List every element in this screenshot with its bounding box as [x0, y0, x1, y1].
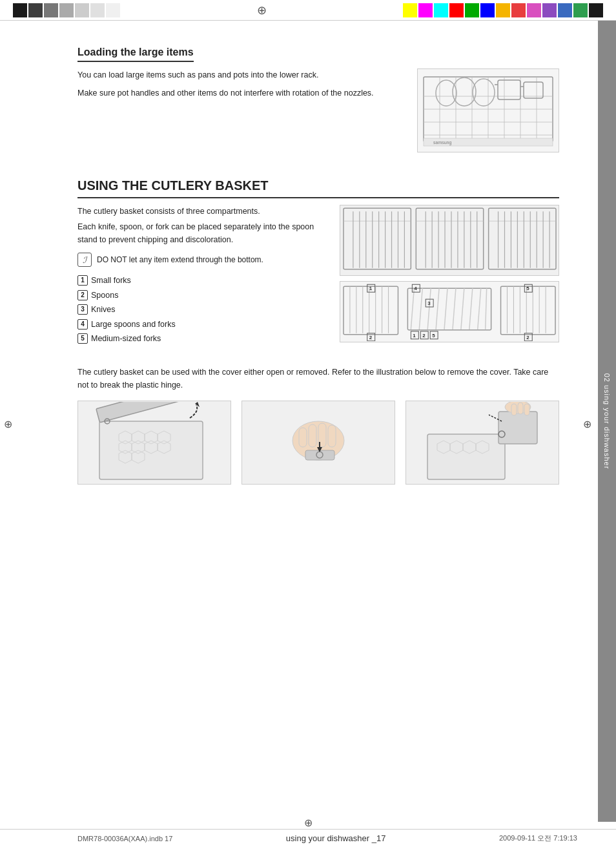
- badge-2: 2: [77, 290, 88, 300]
- svg-rect-114: [299, 428, 307, 447]
- color-bar-right: [403, 3, 603, 17]
- swatch-1: [13, 3, 27, 17]
- cutlery-bottom-image: 1 2: [340, 281, 559, 342]
- right-crosshair-icon: ⊕: [583, 417, 591, 430]
- svg-rect-21: [344, 208, 411, 269]
- svg-text:5: 5: [432, 332, 435, 338]
- cover-text: The cutlery basket can be used with the …: [77, 366, 559, 392]
- svg-line-67: [411, 288, 414, 329]
- section-cutlery: USING THE CUTLERY BASKET The cutlery bas…: [77, 178, 559, 346]
- swatch-7: [106, 3, 120, 17]
- item-label-1: Small forks: [91, 273, 131, 288]
- svg-line-68: [419, 288, 422, 329]
- note-box: ℐ DO NOT let any item extend through the…: [77, 253, 329, 267]
- cover-image-3: [406, 401, 559, 485]
- item-label-2: Spoons: [91, 288, 118, 303]
- swatch-r7: [496, 3, 510, 17]
- cover-image-1: [77, 401, 231, 485]
- cutlery-text-col: The cutlery basket consists of three com…: [77, 205, 329, 346]
- cutlery-title: USING THE CUTLERY BASKET: [77, 178, 559, 198]
- svg-text:1: 1: [413, 332, 416, 338]
- svg-rect-15: [498, 80, 520, 99]
- cover-section: The cutlery basket can be used with the …: [77, 366, 559, 485]
- swatch-r10: [542, 3, 557, 17]
- svg-line-71: [444, 288, 447, 329]
- swatch-r6: [480, 3, 495, 17]
- list-item-5: 5 Medium-sized forks: [77, 331, 329, 346]
- svg-text:2: 2: [422, 332, 426, 338]
- side-tab: 02 using your dishwasher: [598, 21, 616, 822]
- svg-line-75: [478, 288, 481, 329]
- svg-rect-87: [501, 286, 556, 335]
- cutlery-basket-top-svg: [340, 205, 559, 276]
- svg-rect-129: [518, 403, 523, 414]
- svg-rect-17: [524, 82, 543, 98]
- cover-step3-svg: [421, 402, 544, 483]
- cutlery-para1: The cutlery basket consists of three com…: [77, 205, 329, 218]
- list-item-1: 1 Small forks: [77, 273, 329, 288]
- badge-4: 4: [77, 319, 88, 329]
- svg-line-70: [436, 288, 439, 329]
- cutlery-arrangement-svg: 1 2: [340, 283, 559, 341]
- swatch-r5: [465, 3, 479, 17]
- cutlery-top-image: [340, 205, 559, 276]
- item-label-4: Large spoons and forks: [91, 317, 176, 332]
- left-crosshair-icon: ⊕: [4, 417, 12, 430]
- swatch-3: [44, 3, 58, 17]
- loading-text: You can load large items such as pans an…: [77, 68, 404, 99]
- svg-rect-128: [511, 404, 517, 415]
- swatch-r11: [558, 3, 572, 17]
- loading-image: samsung: [417, 68, 559, 152]
- svg-rect-130: [524, 404, 529, 415]
- svg-text:2: 2: [526, 334, 529, 340]
- content-wrapper: Loading the large items You can load lar…: [0, 21, 616, 822]
- side-tab-text: 02 using your dishwasher: [603, 373, 611, 470]
- color-bar-left: [13, 3, 120, 17]
- cover-image-2: [241, 401, 395, 485]
- cover-step2-svg: [257, 402, 380, 483]
- cover-step1-svg: [93, 402, 216, 483]
- cutlery-images-col: 1 2: [340, 205, 559, 342]
- svg-rect-115: [309, 424, 316, 447]
- svg-point-12: [436, 80, 457, 106]
- svg-text:samsung: samsung: [433, 140, 452, 145]
- svg-rect-117: [328, 425, 336, 447]
- list-item-4: 4 Large spoons and forks: [77, 317, 329, 332]
- svg-marker-111: [195, 402, 200, 407]
- svg-line-73: [461, 288, 464, 329]
- loading-title: Loading the large items: [77, 47, 194, 62]
- swatch-r9: [527, 3, 541, 17]
- svg-line-69: [427, 288, 431, 329]
- note-text: DO NOT let any item extend through the b…: [97, 255, 263, 264]
- footer-right: 2009-09-11 오전 7:19:13: [499, 833, 577, 843]
- swatch-r12: [573, 3, 588, 17]
- svg-rect-110: [96, 402, 194, 423]
- item-label-3: Knives: [91, 302, 116, 317]
- list-item-3: 3 Knives: [77, 302, 329, 317]
- svg-text:3: 3: [427, 300, 431, 306]
- badge-3: 3: [77, 304, 88, 315]
- top-crosshair-icon: ⊕: [257, 3, 267, 17]
- cutlery-layout: The cutlery basket consists of three com…: [77, 205, 559, 346]
- svg-text:1: 1: [369, 286, 373, 291]
- svg-text:5: 5: [526, 286, 529, 291]
- badge-5: 5: [77, 333, 88, 344]
- swatch-r8: [511, 3, 526, 17]
- svg-rect-121: [427, 434, 505, 479]
- loading-para2: Make sure pot handles and other items do…: [77, 87, 404, 99]
- loading-row: You can load large items such as pans an…: [77, 68, 559, 152]
- svg-line-72: [453, 288, 456, 329]
- note-icon: ℐ: [77, 253, 92, 267]
- svg-rect-126: [498, 412, 537, 444]
- swatch-2: [28, 3, 43, 17]
- footer-left: DMR78-00036A(XAA).indb 17: [77, 835, 172, 842]
- bottom-crosshair-icon: ⊕: [304, 817, 313, 829]
- page-footer: DMR78-00036A(XAA).indb 17 using your dis…: [0, 829, 616, 847]
- item-label-5: Medium-sized forks: [91, 331, 161, 346]
- svg-text:2: 2: [369, 334, 373, 340]
- cutlery-item-list: 1 Small forks 2 Spoons 3 Knives 4: [77, 273, 329, 346]
- dishwasher-rack-svg: samsung: [420, 70, 556, 151]
- badge-1: 1: [77, 275, 88, 286]
- svg-rect-43: [489, 208, 556, 269]
- swatch-r4: [449, 3, 464, 17]
